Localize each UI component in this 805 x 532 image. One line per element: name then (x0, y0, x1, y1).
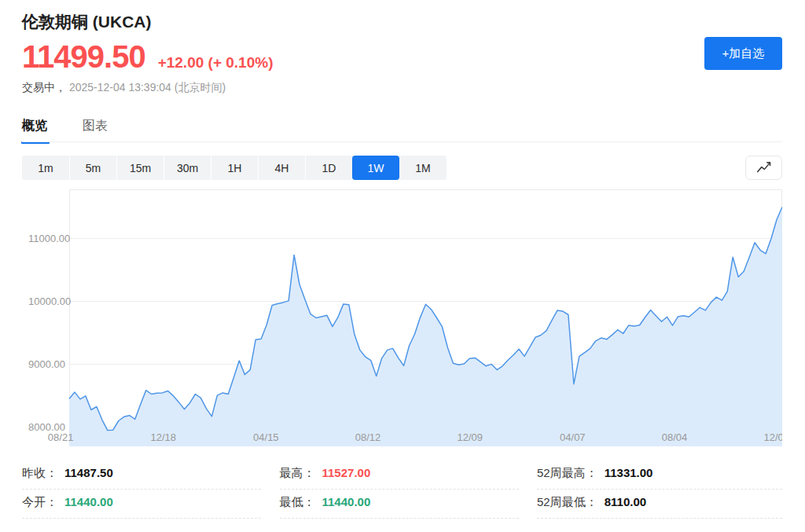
instrument-title: 伦敦期铜 (UKCA) (22, 11, 151, 33)
last-price: 11499.50 (22, 39, 145, 75)
y-tick-label: 8000.00 (28, 421, 65, 433)
period-5m[interactable]: 5m (69, 156, 116, 180)
stat-value: 11331.00 (605, 466, 653, 479)
stat-value: 11440.00 (64, 495, 113, 508)
period-1w[interactable]: 1W (352, 156, 399, 180)
area-series (69, 189, 782, 446)
chart-style-button[interactable] (745, 156, 782, 180)
tab-divider (22, 141, 782, 142)
period-30m[interactable]: 30m (164, 156, 211, 180)
stat-value: 8110.00 (605, 495, 646, 508)
stat-label: 52周最低： (537, 495, 597, 510)
period-1d[interactable]: 1D (305, 156, 352, 180)
stat-column: 52周最高：11331.0052周最低：8110.00 (537, 460, 782, 519)
y-tick-label: 10000.00 (28, 295, 71, 307)
stat-label: 52周最高： (537, 466, 597, 481)
chart-toolbar: 1m5m15m30m1H4H1D1W1M (22, 156, 782, 180)
stat-label: 昨收： (22, 466, 57, 481)
stat-label: 最低： (280, 495, 315, 510)
stat-value: 11487.50 (64, 466, 113, 479)
stat-value: 11527.00 (322, 466, 371, 479)
add-watchlist-button[interactable]: +加自选 (704, 37, 782, 70)
quote-timestamp: 2025-12-04 13:39:04 (北京时间) (69, 81, 226, 94)
trading-status-label: 交易中， (22, 81, 66, 94)
period-1m[interactable]: 1m (22, 156, 69, 180)
quote-stats: 昨收：11487.50今开：11440.00最高：11527.00最低：1144… (22, 460, 782, 519)
stat-row: 52周最低：8110.00 (537, 490, 782, 519)
trading-status: 交易中， 2025-12-04 13:39:04 (北京时间) (22, 81, 226, 95)
quote-page: 伦敦期铜 (UKCA) 11499.50 +12.00 (+ 0.10%) 交易… (0, 0, 805, 532)
stat-label: 今开： (22, 495, 57, 510)
stat-label: 最高： (280, 466, 315, 481)
period-4h[interactable]: 4H (258, 156, 305, 180)
tab-chart[interactable]: 图表 (83, 118, 108, 144)
stat-row: 最低：11440.00 (280, 490, 519, 519)
view-tabs: 概览 图表 (22, 118, 108, 144)
y-tick-label: 9000.00 (28, 358, 65, 370)
price-change: +12.00 (+ 0.10%) (158, 54, 274, 72)
period-selector: 1m5m15m30m1H4H1D1W1M (22, 156, 447, 180)
period-1m[interactable]: 1M (399, 156, 447, 180)
stat-row: 昨收：11487.50 (22, 460, 261, 490)
tab-overview[interactable]: 概览 (22, 118, 47, 144)
stat-row: 最高：11527.00 (280, 460, 519, 490)
stat-row: 今开：11440.00 (22, 490, 261, 519)
period-15m[interactable]: 15m (116, 156, 164, 180)
price-chart[interactable]: 11000.0010000.009000.008000.00 08/2112/1… (22, 189, 782, 446)
stat-value: 11440.00 (322, 495, 371, 508)
period-1h[interactable]: 1H (211, 156, 258, 180)
stat-column: 昨收：11487.50今开：11440.00 (22, 460, 261, 519)
stat-row: 52周最高：11331.00 (537, 460, 782, 490)
line-chart-icon (755, 160, 773, 177)
price-row: 11499.50 +12.00 (+ 0.10%) (22, 39, 273, 75)
y-tick-label: 11000.00 (28, 233, 70, 244)
stat-column: 最高：11527.00最低：11440.00 (280, 460, 519, 519)
